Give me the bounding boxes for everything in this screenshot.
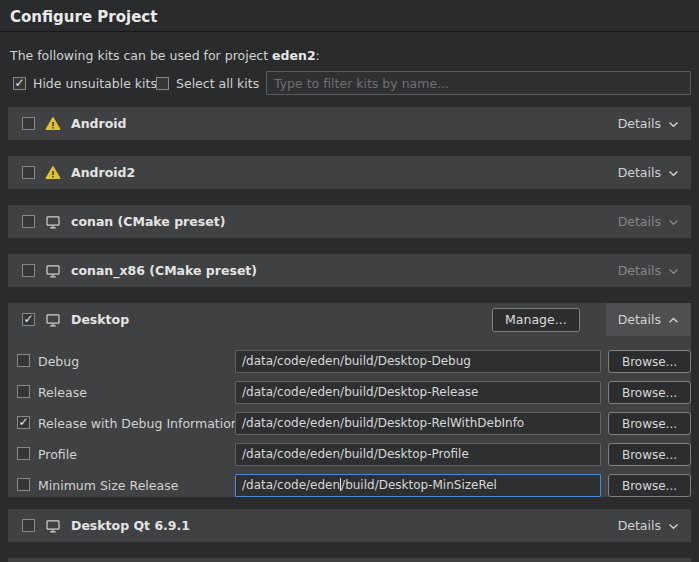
details-toggle-label: Details xyxy=(618,263,661,278)
chevron-down-icon xyxy=(668,268,679,275)
details-toggle-label: Details xyxy=(618,518,661,533)
chevron-down-icon xyxy=(668,219,679,226)
path-text: /build/Desktop-MinSizeRel xyxy=(341,478,497,492)
select-all-kits-label: Select all kits xyxy=(176,76,259,91)
kit-checkbox-android[interactable] xyxy=(22,117,35,130)
project-name: eden2 xyxy=(272,48,316,63)
chevron-down-icon xyxy=(668,121,679,128)
kit-row-desktop-qt: Desktop Qt 6.9.1Details xyxy=(8,509,691,542)
kit-header-desktop: ✓DesktopManage...Details xyxy=(8,303,691,336)
config-row-debug: Debug/data/code/eden/build/Desktop-Debug… xyxy=(8,350,691,373)
config-label: Release with Debug Information xyxy=(38,412,239,435)
kit-row-partial xyxy=(8,558,691,562)
config-row-minimum-size-release: Minimum Size Release/data/code/eden/buil… xyxy=(8,474,691,497)
config-checkbox-minimum-size-release[interactable] xyxy=(17,478,30,491)
desktop-icon xyxy=(45,518,61,534)
chevron-down-icon xyxy=(668,170,679,177)
kit-name: conan_x86 (CMake preset) xyxy=(71,263,257,278)
details-toggle-label: Details xyxy=(618,312,661,327)
details-toggle-label: Details xyxy=(618,165,661,180)
details-toggle-desktop-qt[interactable]: Details xyxy=(606,509,691,542)
checkmark-icon: ✓ xyxy=(14,77,24,89)
build-dir-input-profile[interactable]: /data/code/eden/build/Desktop-Profile xyxy=(235,443,601,466)
checkmark-icon: ✓ xyxy=(23,313,33,325)
config-checkbox-debug[interactable] xyxy=(17,354,30,367)
chevron-up-icon xyxy=(668,317,679,324)
desktop-icon xyxy=(45,263,61,279)
browse-button-debug[interactable]: Browse... xyxy=(608,350,691,373)
kit-checkbox-desktop[interactable]: ✓ xyxy=(22,313,35,326)
details-toggle-label: Details xyxy=(618,214,661,229)
build-dir-input-release-with-debug-information[interactable]: /data/code/eden/build/Desktop-RelWithDeb… xyxy=(235,412,601,435)
desktop-icon xyxy=(45,312,61,328)
config-label: Release xyxy=(38,381,87,404)
kits-intro-text: The following kits can be used for proje… xyxy=(10,48,320,63)
warning-icon xyxy=(45,116,61,132)
browse-button-release-with-debug-information[interactable]: Browse... xyxy=(608,412,691,435)
kit-header-conan: conan (CMake preset)Details xyxy=(8,205,691,238)
details-toggle-conan[interactable]: Details xyxy=(606,205,691,238)
page-title: Configure Project xyxy=(10,8,157,26)
kit-name: Android2 xyxy=(71,165,135,180)
chevron-down-icon xyxy=(668,523,679,530)
build-dir-input-minimum-size-release[interactable]: /data/code/eden/build/Desktop-MinSizeRel xyxy=(235,474,601,497)
kit-name: Desktop Qt 6.9.1 xyxy=(71,518,190,533)
details-toggle-desktop[interactable]: Details xyxy=(606,303,691,336)
details-toggle-label: Details xyxy=(618,116,661,131)
kit-header-conan-x86: conan_x86 (CMake preset)Details xyxy=(8,254,691,287)
kit-row-desktop: ✓DesktopManage...DetailsDebug/data/code/… xyxy=(8,303,691,497)
kit-header-android: AndroidDetails xyxy=(8,107,691,140)
kit-checkbox-conan-x86[interactable] xyxy=(22,264,35,277)
kit-name: Desktop xyxy=(71,312,129,327)
config-checkbox-release[interactable] xyxy=(17,385,30,398)
title-separator xyxy=(0,31,699,32)
config-row-release: Release/data/code/eden/build/Desktop-Rel… xyxy=(8,381,691,404)
details-toggle-android2[interactable]: Details xyxy=(606,156,691,189)
config-checkbox-profile[interactable] xyxy=(17,447,30,460)
config-checkbox-release-with-debug-information[interactable]: ✓ xyxy=(17,416,30,429)
config-label: Debug xyxy=(38,350,79,373)
kit-checkbox-android2[interactable] xyxy=(22,166,35,179)
checkmark-icon: ✓ xyxy=(18,416,28,428)
kit-row-conan: conan (CMake preset)Details xyxy=(8,205,691,238)
kit-header-desktop-qt: Desktop Qt 6.9.1Details xyxy=(8,509,691,542)
kit-header-android2: Android2Details xyxy=(8,156,691,189)
kit-list: AndroidDetailsAndroid2Detailsconan (CMak… xyxy=(8,107,691,562)
warning-icon xyxy=(45,165,61,181)
kit-checkbox-desktop-qt[interactable] xyxy=(22,519,35,532)
select-all-kits-checkbox-group[interactable]: Select all kits xyxy=(156,76,259,91)
kit-details-desktop: Debug/data/code/eden/build/Desktop-Debug… xyxy=(8,336,691,497)
config-label: Minimum Size Release xyxy=(38,474,178,497)
kit-checkbox-conan[interactable] xyxy=(22,215,35,228)
browse-button-release[interactable]: Browse... xyxy=(608,381,691,404)
kit-row-android2: Android2Details xyxy=(8,156,691,189)
kit-filter-toolbar: ✓ Hide unsuitable kits Select all kits xyxy=(0,71,699,96)
kit-name: conan (CMake preset) xyxy=(71,214,225,229)
details-toggle-conan-x86[interactable]: Details xyxy=(606,254,691,287)
select-all-kits-checkbox[interactable] xyxy=(156,77,169,90)
build-dir-input-debug[interactable]: /data/code/eden/build/Desktop-Debug xyxy=(235,350,601,373)
build-dir-input-release[interactable]: /data/code/eden/build/Desktop-Release xyxy=(235,381,601,404)
config-label: Profile xyxy=(38,443,77,466)
config-row-release-with-debug-information: ✓Release with Debug Information/data/cod… xyxy=(8,412,691,435)
browse-button-profile[interactable]: Browse... xyxy=(608,443,691,466)
kit-filter-input[interactable] xyxy=(266,71,691,95)
kit-row-android: AndroidDetails xyxy=(8,107,691,140)
browse-button-minimum-size-release[interactable]: Browse... xyxy=(608,474,691,497)
manage-button[interactable]: Manage... xyxy=(492,308,580,332)
details-toggle-android[interactable]: Details xyxy=(606,107,691,140)
config-row-profile: Profile/data/code/eden/build/Desktop-Pro… xyxy=(8,443,691,466)
desktop-icon xyxy=(45,214,61,230)
hide-unsuitable-kits-label: Hide unsuitable kits xyxy=(33,76,157,91)
path-text: /data/code/eden xyxy=(242,478,340,492)
kit-name: Android xyxy=(71,116,127,131)
hide-unsuitable-kits-checkbox-group[interactable]: ✓ Hide unsuitable kits xyxy=(13,76,157,91)
kit-row-conan-x86: conan_x86 (CMake preset)Details xyxy=(8,254,691,287)
hide-unsuitable-kits-checkbox[interactable]: ✓ xyxy=(13,77,26,90)
